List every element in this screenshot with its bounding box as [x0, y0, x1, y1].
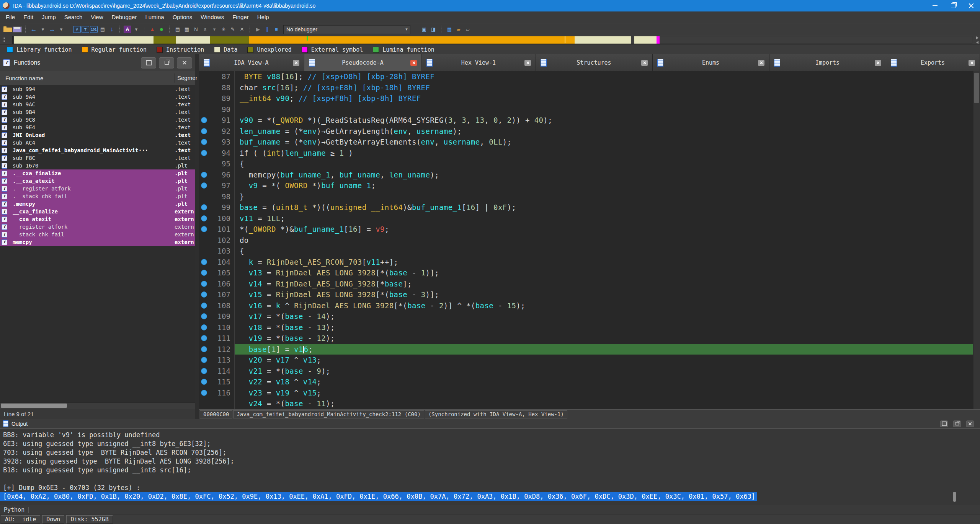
menu-jump[interactable]: Jump — [38, 11, 60, 23]
tab-pseudocode-a[interactable]: Pseudocode-A — [304, 54, 422, 71]
breakpoint-gutter[interactable] — [199, 333, 209, 344]
tab-imports[interactable]: Imports — [769, 54, 886, 71]
debug-stop-icon[interactable]: ■ — [272, 25, 281, 34]
breakpoints-icon[interactable]: ▦ — [445, 25, 454, 34]
breakpoint-gutter[interactable] — [199, 398, 209, 409]
tab-close-button[interactable] — [410, 60, 417, 66]
tab-structures[interactable]: Structures — [536, 54, 653, 71]
menu-search[interactable]: Search — [60, 11, 87, 23]
navband-left-arrow-icon[interactable] — [976, 41, 978, 44]
breakpoint-icon[interactable] — [201, 182, 207, 189]
breakpoint-gutter[interactable] — [199, 366, 209, 377]
code-line[interactable]: 88char src[16]; // [xsp+E8h] [xbp-18h] B… — [199, 82, 973, 93]
code-text[interactable]: __int64 v90; // [xsp+F8h] [xbp-8h] BYREF — [234, 93, 973, 104]
function-row[interactable]: f__stack_chk_failextern — [0, 231, 195, 238]
code-line[interactable]: 87_BYTE v88[16]; // [xsp+D8h] [xbp-28h] … — [199, 71, 973, 82]
function-row[interactable]: f.__register_atfork.plt — [0, 185, 195, 192]
code-line[interactable]: 116 v23 = v19 ^ v15; — [199, 387, 973, 399]
jump-xref-icon[interactable]: ▤ — [98, 25, 107, 34]
function-row[interactable]: f__register_atforkextern — [0, 223, 195, 231]
tab-close-button[interactable] — [293, 60, 299, 66]
code-text[interactable]: len_uname = (*env)→GetArrayLength(env, u… — [234, 126, 973, 137]
navigation-band[interactable] — [0, 35, 980, 44]
menu-options[interactable]: Options — [168, 11, 197, 23]
code-text[interactable]: if ( (int)len_uname ≥ 1 ) — [234, 148, 973, 159]
code-line[interactable]: 111 v19 = *(base - 12); — [199, 333, 973, 344]
breakpoint-icon[interactable] — [201, 270, 207, 276]
code-text[interactable]: k = RijnDael_AES_RCON_703[v11++]; — [234, 257, 973, 268]
breakpoint-gutter[interactable] — [199, 82, 209, 93]
code-line[interactable]: 109 v17 = *(base - 14); — [199, 311, 973, 322]
code-line[interactable]: 113 v20 = v17 ^ v13; — [199, 355, 973, 366]
output-maximize-button[interactable] — [940, 420, 948, 427]
code-text[interactable]: v18 = *(base - 13); — [234, 322, 973, 333]
tab-close-button[interactable] — [758, 60, 764, 66]
breakpoint-icon[interactable] — [201, 204, 207, 210]
breakpoint-icon[interactable] — [201, 128, 207, 134]
output-float-button[interactable] — [953, 420, 961, 427]
navband-segment-7[interactable] — [634, 36, 657, 44]
function-row[interactable]: f.__stack_chk_fail.plt — [0, 192, 195, 200]
menu-view[interactable]: View — [87, 11, 107, 23]
code-line[interactable]: 102do — [199, 235, 973, 246]
code-line[interactable]: 96 memcpy(buf_uname_1, buf_uname, len_un… — [199, 169, 973, 181]
function-row[interactable]: fsub_AC4.text — [0, 139, 195, 146]
code-line[interactable]: 103{ — [199, 246, 973, 257]
tab-ida-view-a[interactable]: IDA View-A — [199, 54, 304, 71]
menu-help[interactable]: Help — [253, 11, 273, 23]
code-line[interactable]: 108 v16 = k ^ RijnDael_AES_LONG_3928[*(b… — [199, 300, 973, 311]
code-text[interactable]: v22 = v18 ^ v14; — [234, 376, 973, 387]
breakpoint-icon[interactable] — [201, 117, 207, 123]
debug-attach-icon[interactable]: ▣ — [420, 25, 428, 34]
function-row[interactable]: f.__cxa_finalize.plt — [0, 169, 195, 177]
breakpoint-icon[interactable] — [201, 139, 207, 145]
code-text[interactable]: } — [234, 191, 973, 202]
code-text[interactable]: { — [234, 158, 973, 169]
navband-segment-4[interactable] — [249, 36, 575, 44]
breakpoint-gutter[interactable] — [199, 376, 209, 387]
breakpoint-gutter[interactable] — [199, 158, 209, 169]
tab-hex-view-1[interactable]: Hex View-1 — [422, 54, 536, 71]
function-row[interactable]: fJNI_OnLoad.text — [0, 131, 195, 139]
code-line[interactable]: v24 = *(base - 11); — [199, 398, 973, 409]
code-text[interactable]: v13 = RijnDael_AES_LONG_3928[*(base - 1)… — [234, 267, 973, 278]
menu-debugger[interactable]: Debugger — [108, 11, 141, 23]
breakpoint-icon[interactable] — [201, 172, 207, 178]
code-text[interactable]: v16 = k ^ RijnDael_AES_LONG_3928[*(base … — [234, 300, 973, 311]
code-line[interactable]: 93buf_uname = (*env)→GetByteArrayElement… — [199, 137, 973, 148]
function-row[interactable]: f__cxa_finalizeextern — [0, 208, 195, 215]
code-line[interactable]: 89__int64 v90; // [xsp+F8h] [xbp-8h] BYR… — [199, 93, 973, 104]
navband-segment-3[interactable] — [210, 36, 249, 44]
breakpoint-gutter[interactable] — [199, 148, 209, 159]
navband-right-arrow-icon[interactable] — [976, 36, 978, 39]
code-line[interactable]: 112 base[1] = v16; — [199, 344, 973, 355]
code-line[interactable]: 90 — [199, 104, 973, 115]
code-text[interactable]: base = (uint8_t *)((unsigned __int64)&bu… — [234, 202, 973, 213]
jump-binary-icon[interactable]: 101 — [90, 26, 98, 33]
tab-close-button[interactable] — [641, 60, 648, 66]
code-text[interactable]: v23 = v19 ^ v15; — [234, 387, 973, 399]
breakpoint-icon[interactable] — [201, 281, 207, 287]
breakpoint-gutter[interactable] — [199, 322, 209, 333]
function-row[interactable]: fsub_F8C.text — [0, 154, 195, 162]
breakpoint-gutter[interactable] — [199, 355, 209, 366]
breakpoint-gutter[interactable] — [199, 191, 209, 202]
make-code-icon[interactable]: ▤ — [173, 25, 182, 34]
menu-edit[interactable]: Edit — [19, 11, 38, 23]
text-view-dropdown-icon[interactable]: ▾ — [132, 25, 140, 34]
breakpoint-gutter[interactable] — [199, 300, 209, 311]
debug-continue-icon[interactable]: ▶ — [254, 25, 262, 34]
code-line[interactable]: 104 k = RijnDael_AES_RCON_703[v11++]; — [199, 257, 973, 268]
make-string-icon[interactable]: s — [201, 25, 209, 34]
debugger-select[interactable]: No debugger▾ — [283, 25, 410, 34]
function-row[interactable]: fsub_9B4.text — [0, 108, 195, 116]
string-dropdown-icon[interactable]: ▾ — [210, 25, 219, 34]
tab-enums[interactable]: Enums — [653, 54, 769, 71]
breakpoint-gutter[interactable] — [199, 169, 209, 181]
pseudocode-lines[interactable]: 87_BYTE v88[16]; // [xsp+D8h] [xbp-28h] … — [199, 71, 973, 409]
code-line[interactable]: 91v90 = *(_QWORD *)(_ReadStatusReg(ARM64… — [199, 115, 973, 126]
function-row[interactable]: fmemcpyextern — [0, 238, 195, 246]
open-file-icon[interactable] — [3, 28, 12, 32]
code-line[interactable]: 95{ — [199, 158, 973, 169]
tab-close-button[interactable] — [875, 60, 881, 66]
